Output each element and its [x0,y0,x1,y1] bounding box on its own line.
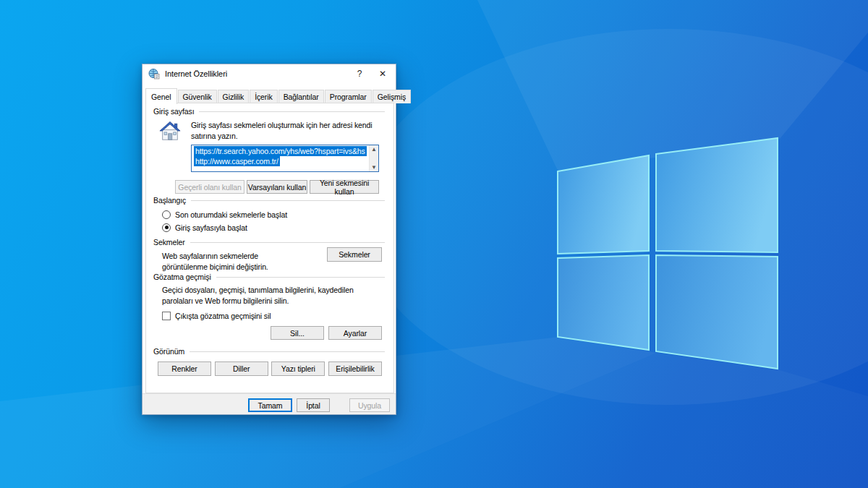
tabs-group-label: Sekmeler [153,238,185,247]
tabs-description: Web sayfalarının sekmelerde görüntülenme… [162,251,285,273]
home-page-buttons: Geçerli olanı kullan Varsayılanı kullan … [175,180,379,194]
delete-history-on-exit-option[interactable]: Çıkışta gözatma geçmişini sil [162,311,271,320]
tab-genel[interactable]: Genel [145,88,177,104]
use-current-button[interactable]: Geçerli olanı kullan [175,180,244,194]
windows-logo [0,0,868,488]
startup-group-header: Başlangıç [153,196,385,205]
home-page-group-label: Giriş sayfası [153,107,194,116]
group-divider [191,200,385,201]
group-divider [190,351,385,352]
delete-button[interactable]: Sil... [271,326,324,340]
titlebar[interactable]: Internet Özellikleri ? ✕ [142,64,396,83]
scroll-down-icon[interactable]: ▼ [371,164,377,171]
delete-history-on-exit-label: Çıkışta gözatma geçmişini sil [175,312,271,320]
tab-strip: Genel Güvenlik Gizlilik İçerik Bağlantıl… [145,83,393,103]
internet-properties-dialog: Internet Özellikleri ? ✕ Genel Güvenlik … [142,64,396,415]
start-with-last-session-option[interactable]: Son oturumdaki sekmelerle başlat [162,210,287,219]
tab-icerik[interactable]: İçerik [250,90,278,103]
languages-button[interactable]: Diller [215,361,268,376]
home-icon [159,121,181,142]
scroll-up-icon[interactable]: ▲ [371,146,377,153]
start-with-home-page-label: Giriş sayfasıyla başlat [175,223,247,232]
history-group-label: Gözatma geçmişi [153,273,211,281]
home-page-url-2[interactable]: http://www.casper.com.tr/ [194,156,280,166]
group-divider [190,242,385,243]
start-with-home-page-option[interactable]: Giriş sayfasıyla başlat [162,223,247,232]
apply-button[interactable]: Uygula [349,398,390,412]
tab-gelismis[interactable]: Gelişmiş [373,90,411,103]
ok-button[interactable]: Tamam [248,398,292,412]
home-page-group-header: Giriş sayfası [153,107,385,116]
radio-unselected-icon[interactable] [162,210,171,219]
internet-options-icon [148,68,160,80]
accessibility-button[interactable]: Erişilebilirlik [328,361,382,376]
checkbox-unchecked-icon[interactable] [162,312,171,320]
urls-scrollbar[interactable]: ▲ ▼ [369,145,378,171]
tab-baglantilar[interactable]: Bağlantılar [278,90,324,103]
tabs-group-header: Sekmeler [153,238,385,247]
settings-button[interactable]: Ayarlar [328,326,382,340]
cancel-button[interactable]: İptal [297,398,330,412]
home-page-urls-field[interactable]: https://tr.search.yahoo.com/yhs/web?hspa… [191,145,379,172]
tabs-button[interactable]: Sekmeler [327,247,382,262]
history-description: Geçici dosyaları, geçmişi, tanımlama bil… [162,285,366,307]
history-group-header: Gözatma geçmişi [153,273,385,281]
general-tab-panel: Giriş sayfası Giriş sayfası sekmeleri ol… [145,103,394,393]
close-icon[interactable]: ✕ [371,64,394,83]
desktop-wallpaper [0,0,868,488]
home-page-description: Giriş sayfası sekmeleri oluşturmak için … [191,120,391,142]
use-default-button[interactable]: Varsayılanı kullan [247,180,307,194]
group-divider [199,111,385,112]
tab-guvenlik[interactable]: Güvenlik [178,90,217,103]
fonts-button[interactable]: Yazı tipleri [271,361,325,376]
group-divider [216,277,385,278]
help-icon[interactable]: ? [348,64,371,83]
dialog-footer: Tamam İptal Uygula [142,393,396,414]
use-new-tab-button[interactable]: Yeni sekmesini kullan [310,180,379,194]
startup-group-label: Başlangıç [153,196,186,205]
appearance-group-label: Görünüm [153,347,184,356]
window-title: Internet Özellikleri [165,69,227,78]
home-page-urls-text[interactable]: https://tr.search.yahoo.com/yhs/web?hspa… [192,145,369,171]
start-with-last-session-label: Son oturumdaki sekmelerle başlat [175,210,287,219]
radio-selected-icon[interactable] [162,223,171,232]
home-page-url-1[interactable]: https://tr.search.yahoo.com/yhs/web?hspa… [194,146,367,156]
tab-programlar[interactable]: Programlar [325,90,372,103]
tab-gizlilik[interactable]: Gizlilik [218,90,250,103]
appearance-group-header: Görünüm [153,347,385,356]
colors-button[interactable]: Renkler [158,361,211,376]
appearance-buttons: Renkler Diller Yazı tipleri Erişilebilir… [158,361,382,376]
